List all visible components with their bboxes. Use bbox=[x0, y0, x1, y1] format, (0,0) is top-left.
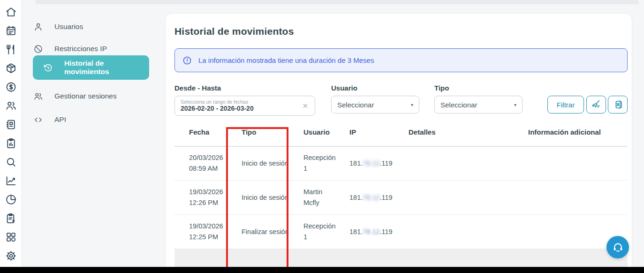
ledger-icon[interactable] bbox=[5, 119, 17, 130]
clean-filters-button[interactable] bbox=[586, 96, 606, 114]
ban-icon bbox=[33, 44, 43, 54]
table-rows: 20/03/202608:59 AMInicio de sesiónRecepc… bbox=[174, 146, 628, 273]
tasks-clipboard-icon[interactable] bbox=[5, 212, 17, 224]
cell-ip bbox=[349, 249, 409, 265]
daterange-label: Desde - Hasta bbox=[174, 84, 221, 92]
billing-icon[interactable] bbox=[5, 81, 17, 93]
daterange-placeholder: Selecciona un rango de fechas bbox=[181, 99, 301, 105]
col-header-ip: IP bbox=[349, 128, 409, 136]
chat-support-button[interactable] bbox=[606, 236, 629, 258]
sidebar-item-usuarios[interactable]: Usuarios bbox=[33, 20, 83, 34]
cell-fecha: 19/03/202612:25 PM bbox=[189, 221, 242, 243]
cell-fecha: 19/03/202612:26 PM bbox=[189, 187, 242, 208]
icon-rail bbox=[0, 0, 22, 273]
users-group-icon bbox=[33, 91, 43, 101]
col-header-usuario: Usuario bbox=[303, 128, 349, 136]
headset-icon bbox=[612, 241, 624, 254]
home-icon[interactable] bbox=[5, 6, 17, 18]
excel-icon bbox=[612, 99, 623, 110]
export-excel-button[interactable] bbox=[608, 96, 628, 114]
modules-grid-icon[interactable] bbox=[5, 231, 17, 243]
sidebar-item-label: Usuarios bbox=[54, 23, 83, 31]
user-filter-label: Usuario bbox=[331, 84, 357, 92]
info-circle-icon bbox=[182, 56, 192, 65]
pie-chart-icon[interactable] bbox=[5, 194, 17, 205]
cell-tipo: Finalizar sesión bbox=[242, 227, 303, 237]
cell-usuario: Recepción1 bbox=[303, 152, 349, 174]
sidebar-item-label: Restricciones IP bbox=[54, 45, 107, 53]
package-icon[interactable] bbox=[5, 62, 17, 74]
masked-ip-segment: 78.12 bbox=[363, 228, 379, 235]
x-clear-icon[interactable]: ✕ bbox=[301, 102, 309, 110]
historial-panel: Historial de movimientos La información … bbox=[165, 13, 632, 273]
col-header-detalles: Detalles bbox=[409, 128, 528, 136]
sidebar-item-restricciones-ip[interactable]: Restricciones IP bbox=[33, 42, 107, 56]
sidebar-item-historial-de-movimientos[interactable]: Historial de movimientos bbox=[33, 55, 149, 80]
col-header-fecha: Fecha bbox=[189, 128, 242, 136]
cell-ip: 181.78.12.119 bbox=[349, 192, 409, 203]
cell-ip: 181.78.12.119 bbox=[349, 158, 409, 169]
chevron-down-icon: ▾ bbox=[411, 102, 413, 107]
customers-icon[interactable] bbox=[5, 100, 17, 112]
sidebar-item-label: Historial de movimientos bbox=[64, 59, 139, 76]
user-select[interactable]: Seleccionar ▾ bbox=[331, 96, 419, 114]
broom-icon bbox=[591, 99, 602, 110]
user-icon bbox=[33, 22, 43, 32]
bottom-black-bar bbox=[0, 267, 644, 273]
sidebar-item-label: API bbox=[54, 115, 66, 124]
cell-usuario: Recepción1 bbox=[303, 221, 349, 243]
daterange-input[interactable]: Selecciona un rango de fechas 2026-02-20… bbox=[174, 96, 315, 116]
page-title: Historial de movimientos bbox=[174, 26, 294, 37]
table-header-row: Fecha Tipo Usuario IP Detalles Informaci… bbox=[174, 128, 628, 136]
settings-sidebar: Usuarios Restricciones IP Historial de m… bbox=[22, 0, 165, 273]
user-select-value: Seleccionar bbox=[337, 101, 374, 109]
report-clipboard-icon[interactable] bbox=[5, 137, 17, 149]
chevron-down-icon: ▾ bbox=[514, 102, 516, 107]
settings-gear-icon[interactable] bbox=[5, 250, 17, 262]
col-header-info-adicional: Información adicional bbox=[528, 128, 628, 136]
search-icon[interactable] bbox=[5, 156, 17, 168]
info-banner: La información mostrada tiene una duraci… bbox=[174, 48, 628, 72]
cell-tipo: Inicio de sesión bbox=[242, 192, 303, 203]
daterange-value: 2026-02-20 - 2026-03-20 bbox=[181, 105, 301, 112]
history-icon bbox=[43, 63, 53, 73]
cell-usuario: MartinMcfly bbox=[303, 187, 349, 208]
type-filter-label: Tipo bbox=[434, 84, 449, 92]
info-banner-text: La información mostrada tiene una duraci… bbox=[198, 56, 374, 64]
masked-ip-segment: 78.12 bbox=[363, 159, 379, 167]
table-row: 20/03/202608:59 AMInicio de sesiónRecepc… bbox=[174, 146, 628, 181]
sidebar-item-label: Gestionar sesiones bbox=[54, 92, 117, 100]
restaurant-icon[interactable] bbox=[5, 44, 17, 55]
line-chart-icon[interactable] bbox=[5, 175, 17, 187]
table-row: 19/03/202612:26 PMInicio de sesiónMartin… bbox=[174, 181, 628, 215]
sidebar-item-api[interactable]: API bbox=[33, 113, 66, 127]
cell-ip: 181.78.12.119 bbox=[349, 227, 409, 237]
filter-button[interactable]: Filtrar bbox=[547, 96, 584, 114]
cell-fecha: 20/03/202608:59 AM bbox=[189, 152, 242, 174]
cell-tipo: Inicio de sesión bbox=[242, 158, 303, 169]
calendar-icon[interactable] bbox=[5, 25, 17, 37]
table-row: 19/03/202612:25 PMFinalizar sesiónRecepc… bbox=[174, 215, 628, 249]
code-icon bbox=[33, 115, 43, 125]
type-select-value: Seleccionar bbox=[440, 101, 477, 109]
masked-ip-segment: 78.12 bbox=[363, 194, 379, 201]
sidebar-item-gestionar-sesiones[interactable]: Gestionar sesiones bbox=[33, 89, 117, 103]
type-select[interactable]: Seleccionar ▾ bbox=[434, 96, 523, 114]
col-header-tipo: Tipo bbox=[242, 128, 303, 136]
